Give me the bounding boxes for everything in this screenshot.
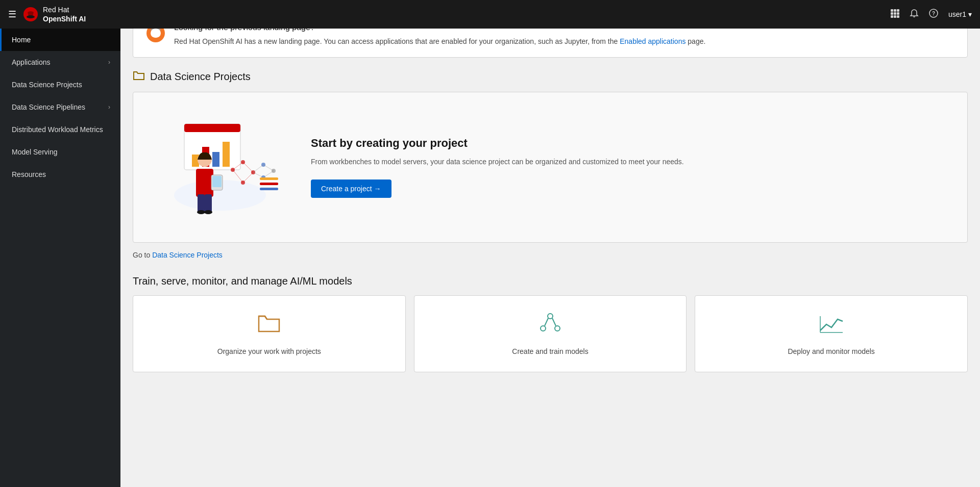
svg-line-34: [253, 172, 263, 177]
sidebar-item-label: Applications: [12, 58, 51, 66]
sidebar-item-label: Home: [12, 36, 31, 44]
sidebar-item-label: Distributed Workload Metrics: [12, 125, 103, 134]
project-card-title: Start by creating your project: [311, 137, 947, 150]
svg-rect-5: [891, 12, 893, 15]
chart-line-icon: [818, 312, 845, 339]
svg-rect-3: [894, 9, 896, 12]
banner-desc-suffix: page.: [685, 37, 705, 45]
svg-rect-47: [212, 176, 222, 187]
sidebar-item-resources[interactable]: Resources: [0, 163, 120, 186]
user-chevron-icon: ▾: [968, 10, 972, 18]
chevron-right-icon: ›: [108, 104, 110, 111]
svg-line-36: [263, 171, 274, 177]
chevron-right-icon: ›: [108, 59, 110, 66]
enabled-applications-link[interactable]: Enabled applications: [620, 37, 685, 45]
apps-grid-icon[interactable]: [890, 9, 899, 20]
brand: Red Hat OpenShift AI: [22, 5, 86, 23]
navbar-right: ? user1 ▾: [890, 9, 972, 20]
svg-text:?: ?: [932, 11, 935, 16]
data-science-projects-link[interactable]: Data Science Projects: [152, 251, 223, 259]
brand-text: Red Hat OpenShift AI: [43, 5, 86, 23]
svg-line-35: [263, 165, 274, 171]
svg-rect-8: [891, 15, 893, 18]
svg-line-32: [243, 172, 253, 183]
user-label: user1: [948, 10, 966, 18]
banner-desc-prefix: Red Hat OpenShift AI has a new landing p…: [174, 37, 620, 45]
create-train-card: Create and train models: [414, 295, 687, 372]
brand-top: Red Hat: [43, 5, 86, 14]
svg-rect-4: [897, 9, 899, 12]
svg-line-30: [233, 170, 243, 183]
create-train-card-label: Create and train models: [512, 347, 588, 355]
svg-rect-10: [897, 15, 899, 18]
svg-point-49: [541, 326, 546, 331]
project-illustration: [154, 109, 286, 226]
svg-point-44: [197, 210, 205, 214]
svg-line-52: [552, 318, 556, 326]
redhat-logo: [22, 6, 39, 22]
svg-rect-7: [897, 12, 899, 15]
svg-rect-21: [223, 142, 230, 167]
train-section-title: Train, serve, monitor, and manage AI/ML …: [133, 275, 968, 287]
sidebar-item-data-science-projects[interactable]: Data Science Projects: [0, 73, 120, 96]
svg-rect-17: [184, 124, 240, 132]
model-graph-icon: [537, 312, 564, 339]
svg-rect-2: [891, 9, 893, 12]
svg-rect-43: [205, 194, 212, 212]
sidebar-item-home[interactable]: Home: [0, 29, 120, 51]
help-icon[interactable]: ?: [929, 9, 938, 20]
svg-point-50: [555, 326, 560, 331]
section-title: Data Science Projects: [150, 71, 251, 83]
svg-rect-6: [894, 12, 896, 15]
svg-rect-41: [196, 169, 213, 197]
bell-icon[interactable]: [910, 9, 919, 20]
projects-folder-icon: [133, 70, 145, 84]
sidebar-item-data-science-pipelines[interactable]: Data Science Pipelines ›: [0, 96, 120, 118]
svg-point-1: [27, 15, 35, 18]
svg-rect-42: [198, 194, 205, 212]
footer-prefix: Go to: [133, 251, 152, 259]
sidebar-item-model-serving[interactable]: Model Serving: [0, 141, 120, 163]
sidebar-item-label: Data Science Pipelines: [12, 103, 85, 111]
section-header: Data Science Projects: [133, 70, 968, 84]
svg-rect-38: [260, 183, 278, 185]
create-project-button[interactable]: Create a project →: [311, 180, 391, 198]
deploy-monitor-card: Deploy and monitor models: [695, 295, 968, 372]
sidebar-item-label: Data Science Projects: [12, 81, 82, 89]
organize-card-label: Organize your work with projects: [217, 347, 321, 355]
svg-rect-37: [260, 177, 278, 180]
data-science-projects-footer: Go to Data Science Projects: [133, 251, 968, 259]
svg-line-33: [253, 165, 263, 172]
svg-rect-9: [894, 15, 896, 18]
navbar-left: ☰ Red Hat OpenShift AI: [8, 5, 890, 23]
organize-folder-icon: [257, 312, 281, 339]
deploy-monitor-card-label: Deploy and monitor models: [788, 347, 874, 355]
svg-rect-20: [212, 152, 219, 167]
project-card-description: From workbenches to model servers, your …: [311, 156, 947, 167]
user-menu[interactable]: user1 ▾: [948, 10, 972, 18]
data-science-projects-section: Data Science Projects: [133, 70, 968, 259]
project-info: Start by creating your project From work…: [311, 137, 947, 198]
navbar: ☰ Red Hat OpenShift AI: [0, 0, 980, 29]
svg-line-31: [243, 162, 253, 172]
sidebar: Home Applications › Data Science Project…: [0, 29, 120, 401]
project-card: Start by creating your project From work…: [133, 92, 968, 243]
sidebar-item-label: Model Serving: [12, 148, 58, 156]
sidebar-item-label: Resources: [12, 170, 46, 178]
brand-bottom: OpenShift AI: [43, 14, 86, 23]
sidebar-item-distributed-workload-metrics[interactable]: Distributed Workload Metrics: [0, 118, 120, 141]
svg-point-45: [204, 210, 212, 214]
banner-description: Red Hat OpenShift AI has a new landing p…: [174, 36, 955, 47]
feature-cards-row: Organize your work with projects Create …: [133, 295, 968, 372]
svg-point-48: [548, 314, 553, 319]
svg-line-51: [545, 318, 548, 326]
hamburger-icon[interactable]: ☰: [8, 9, 16, 20]
sidebar-item-applications[interactable]: Applications ›: [0, 51, 120, 73]
organize-card: Organize your work with projects: [133, 295, 406, 372]
train-section: Train, serve, monitor, and manage AI/ML …: [133, 275, 968, 372]
main-content: Looking for the previous landing page? R…: [120, 0, 980, 401]
svg-rect-39: [260, 188, 278, 190]
illustration-svg: [154, 109, 286, 226]
